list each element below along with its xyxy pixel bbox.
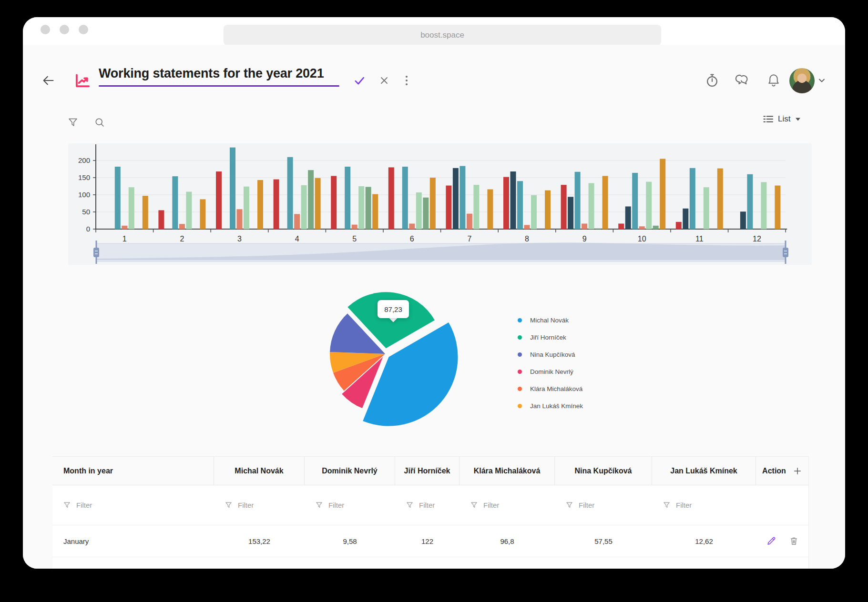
svg-text:10: 10 xyxy=(638,235,646,243)
app-window: boost.space Working statements for the y… xyxy=(23,17,845,569)
column-header[interactable]: Jiří Horníček xyxy=(395,457,460,485)
filter-funnel-icon xyxy=(63,501,71,509)
cell-value: 122 xyxy=(395,525,460,557)
browser-bar: boost.space xyxy=(23,17,845,45)
cell-value: 9,58 xyxy=(305,525,395,557)
legend-dot xyxy=(518,370,522,374)
column-header-month[interactable]: Month in year xyxy=(52,457,214,485)
record-title-field[interactable]: Working statements for the year 2021 xyxy=(99,66,347,87)
svg-text:5: 5 xyxy=(352,235,357,243)
legend-label: Nina Kupčíková xyxy=(530,351,575,358)
svg-text:9: 9 xyxy=(582,235,587,243)
filter-label: Filter xyxy=(676,501,692,509)
svg-text:6: 6 xyxy=(410,235,414,243)
legend-label: Klára Michaláková xyxy=(530,385,582,392)
table-filter-row: Filter Filter Filter xyxy=(52,485,808,525)
column-header[interactable]: Michal Novák xyxy=(214,457,305,485)
check-icon xyxy=(352,74,367,87)
filter-cell[interactable]: Filter xyxy=(395,485,460,525)
svg-text:200: 200 xyxy=(78,156,90,164)
view-mode-dropdown[interactable]: List xyxy=(763,114,801,124)
report-chart-icon xyxy=(72,71,92,90)
view-mode-label: List xyxy=(778,114,790,124)
bell-icon xyxy=(766,73,781,88)
cell-actions xyxy=(756,525,808,557)
column-header[interactable]: Klára Michaláková xyxy=(460,457,555,485)
svg-text:50: 50 xyxy=(82,208,90,216)
filter-funnel-icon xyxy=(225,501,233,509)
legend-dot xyxy=(518,352,522,357)
filter-cell[interactable]: Filter xyxy=(460,485,555,525)
filter-cell[interactable]: Filter xyxy=(214,485,305,525)
messages-button[interactable] xyxy=(735,73,751,88)
page-content: Working statements for the year 2021 xyxy=(23,45,845,569)
cell-value: 153,22 xyxy=(214,525,305,557)
pie-tooltip-value: 87,23 xyxy=(384,305,402,313)
filter-cell[interactable]: Filter xyxy=(305,485,395,525)
filter-cell[interactable]: Filter xyxy=(555,485,652,525)
legend-item[interactable]: Jiří Horníček xyxy=(518,332,583,342)
edit-pencil-button[interactable] xyxy=(766,536,776,546)
legend-item[interactable]: Michal Novák xyxy=(518,315,583,325)
legend-dot xyxy=(518,318,522,322)
filter-label: Filter xyxy=(238,501,254,509)
filter-funnel-icon xyxy=(565,501,573,509)
filter-cell[interactable]: Filter xyxy=(52,485,214,525)
svg-text:12: 12 xyxy=(753,235,761,243)
profile-menu-button[interactable] xyxy=(817,76,827,85)
screenshot-stage: boost.space Working statements for the y… xyxy=(0,0,868,602)
column-header[interactable]: Nina Kupčíková xyxy=(555,457,652,485)
legend-item[interactable]: Nina Kupčíková xyxy=(518,350,583,360)
legend-label: Michal Novák xyxy=(530,317,569,324)
list-view-icon xyxy=(763,114,774,124)
column-header[interactable]: Jan Lukáš Kmínek xyxy=(652,457,756,485)
add-column-button[interactable] xyxy=(793,466,802,476)
column-header-action: Action xyxy=(756,457,808,485)
filter-button[interactable] xyxy=(67,116,79,129)
legend-item[interactable]: Dominik Nevrlý xyxy=(518,367,583,377)
filter-funnel-icon xyxy=(470,501,478,509)
action-column-label: Action xyxy=(762,467,786,475)
svg-text:7: 7 xyxy=(467,235,471,243)
timer-button[interactable] xyxy=(705,73,720,88)
more-options-button[interactable] xyxy=(402,73,411,88)
legend-label: Dominik Nevrlý xyxy=(530,368,573,375)
address-bar[interactable]: boost.space xyxy=(224,25,661,45)
cancel-button[interactable] xyxy=(378,74,391,87)
table-row[interactable]: January 153,22 9,58 122 96,8 57,55 12,62 xyxy=(52,525,808,557)
back-button[interactable] xyxy=(41,73,55,88)
window-control-dot[interactable] xyxy=(41,25,50,34)
svg-text:2: 2 xyxy=(180,235,184,243)
records-table: Month in year Michal Novák Dominik Nevrl… xyxy=(52,456,809,569)
filter-funnel-icon xyxy=(406,501,414,509)
back-arrow-icon xyxy=(41,74,55,87)
url-text: boost.space xyxy=(420,30,464,40)
notifications-button[interactable] xyxy=(766,72,781,88)
legend-item[interactable]: Klára Michaláková xyxy=(518,384,583,394)
filter-funnel-icon xyxy=(67,117,79,128)
window-control-dot[interactable] xyxy=(60,25,69,34)
bar-chart[interactable]: 050100150200123456789101112 xyxy=(68,143,812,265)
chevron-down-icon xyxy=(817,77,826,84)
legend-item[interactable]: Jan Lukáš Kmínek xyxy=(518,401,583,411)
next-row-partial xyxy=(52,557,808,569)
filter-label: Filter xyxy=(76,501,92,509)
legend-dot xyxy=(518,387,522,391)
search-button[interactable] xyxy=(93,116,106,129)
svg-text:11: 11 xyxy=(695,235,704,243)
column-header[interactable]: Dominik Nevrlý xyxy=(305,457,395,485)
window-control-dot[interactable] xyxy=(79,25,88,34)
filter-cell[interactable]: Filter xyxy=(652,485,756,525)
user-avatar[interactable] xyxy=(789,68,815,93)
cell-value: 96,8 xyxy=(460,525,555,557)
delete-trash-button[interactable] xyxy=(789,536,799,546)
cell-month: January xyxy=(52,525,214,557)
confirm-button[interactable] xyxy=(352,73,367,88)
filter-label: Filter xyxy=(579,501,594,509)
filter-label: Filter xyxy=(328,501,344,509)
filter-funnel-icon xyxy=(663,501,671,509)
svg-text:150: 150 xyxy=(78,173,90,181)
chat-bubbles-icon xyxy=(735,73,751,88)
pie-tooltip: 87,23 xyxy=(378,300,409,318)
chart-range-slider xyxy=(93,241,788,264)
